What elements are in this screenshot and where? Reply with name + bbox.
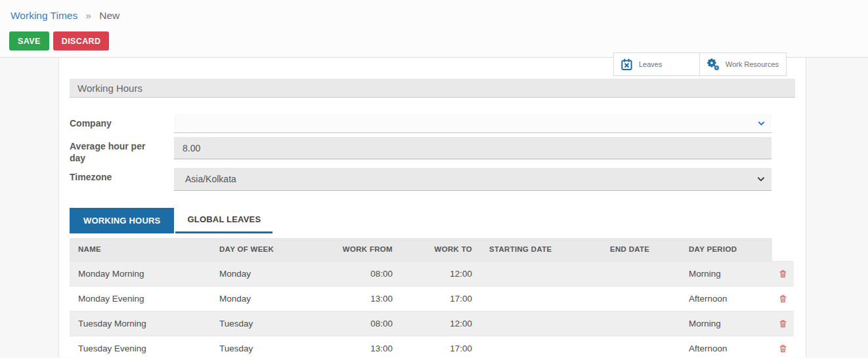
average-hour-label: Average hour per day <box>70 137 156 164</box>
timezone-value: Asia/Kolkata <box>185 174 236 184</box>
trash-icon <box>779 269 787 279</box>
delete-row-button[interactable] <box>772 261 794 286</box>
record-name-field[interactable] <box>70 79 795 98</box>
average-hour-field-row: Average hour per day <box>70 137 771 164</box>
work-resources-stat-label: Work Resources <box>726 60 779 68</box>
column-header-name[interactable]: NAME <box>70 238 211 261</box>
column-header-starting-date[interactable]: STARTING DATE <box>481 238 601 261</box>
cell-day-period[interactable]: Morning <box>680 261 772 286</box>
delete-column-header <box>772 238 794 261</box>
cell-work-from[interactable]: 13:00 <box>340 336 401 358</box>
table-row[interactable]: Monday MorningMonday08:0012:00Morning <box>70 261 794 286</box>
gears-icon <box>706 58 720 71</box>
cell-work-to[interactable]: 12:00 <box>401 311 481 336</box>
tab-global-leaves[interactable]: GLOBAL LEAVES <box>175 208 272 233</box>
table-row[interactable]: Tuesday EveningTuesday13:0017:00Afternoo… <box>70 336 794 358</box>
form-action-buttons: SAVE DISCARD <box>9 31 109 50</box>
form-fields: Company Average hour per day Timezone As… <box>70 114 771 191</box>
cell-day-of-week[interactable]: Tuesday <box>211 336 340 358</box>
column-header-end-date[interactable]: END DATE <box>601 238 680 261</box>
cell-day-period[interactable]: Afternoon <box>680 336 772 358</box>
cell-starting-date[interactable] <box>481 311 601 336</box>
top-bar: Working Times » New SAVE DISCARD <box>0 0 868 58</box>
form-view: Leaves <box>0 58 868 357</box>
column-header-day-period[interactable]: DAY PERIOD <box>680 238 772 261</box>
work-resources-stat-button[interactable]: Work Resources <box>700 53 786 75</box>
chevron-down-icon <box>756 174 766 184</box>
save-button[interactable]: SAVE <box>9 31 49 50</box>
timezone-field-row: Timezone Asia/Kolkata <box>70 168 771 191</box>
breadcrumb: Working Times » New <box>0 0 868 22</box>
column-header-day-of-week[interactable]: DAY OF WEEK <box>211 238 340 261</box>
company-field-row: Company <box>70 114 771 133</box>
trash-icon <box>779 294 787 304</box>
cell-work-from[interactable]: 13:00 <box>340 286 401 311</box>
cell-name[interactable]: Tuesday Morning <box>70 311 211 336</box>
leaves-stat-button[interactable]: Leaves <box>614 53 700 75</box>
stat-button-box: Leaves <box>613 52 787 76</box>
cell-starting-date[interactable] <box>481 336 601 358</box>
table-row[interactable]: Monday EveningMonday13:0017:00Afternoon <box>70 286 794 311</box>
timezone-select[interactable]: Asia/Kolkata <box>174 168 771 191</box>
cell-day-of-week[interactable]: Tuesday <box>211 311 340 336</box>
cell-name[interactable]: Monday Morning <box>70 261 211 286</box>
table-header-row: NAME DAY OF WEEK WORK FROM WORK TO START… <box>70 238 794 261</box>
cell-end-date[interactable] <box>601 261 680 286</box>
column-header-work-to[interactable]: WORK TO <box>401 238 481 261</box>
cell-day-period[interactable]: Afternoon <box>680 286 772 311</box>
table-row[interactable]: Tuesday MorningTuesday08:0012:00Morning <box>70 311 794 336</box>
cell-name[interactable]: Tuesday Evening <box>70 336 211 358</box>
discard-button[interactable]: DISCARD <box>53 31 110 50</box>
form-sheet: Leaves <box>58 58 806 357</box>
working-hours-table-body: Monday MorningMonday08:0012:00Morning Mo… <box>70 261 794 358</box>
average-hour-input[interactable] <box>174 137 771 159</box>
company-label: Company <box>70 114 156 129</box>
delete-row-button[interactable] <box>772 336 794 358</box>
calendar-x-icon <box>620 58 633 71</box>
cell-name[interactable]: Monday Evening <box>70 286 211 311</box>
cell-day-of-week[interactable]: Monday <box>211 286 340 311</box>
cell-end-date[interactable] <box>601 311 680 336</box>
working-hours-table: NAME DAY OF WEEK WORK FROM WORK TO START… <box>70 238 794 358</box>
delete-row-button[interactable] <box>772 311 794 336</box>
cell-work-to[interactable]: 17:00 <box>401 336 481 358</box>
timezone-label: Timezone <box>70 168 156 183</box>
cell-day-of-week[interactable]: Monday <box>211 261 340 286</box>
cell-work-to[interactable]: 17:00 <box>401 286 481 311</box>
delete-row-button[interactable] <box>772 286 794 311</box>
leaves-stat-label: Leaves <box>639 60 662 68</box>
cell-end-date[interactable] <box>601 336 680 358</box>
breadcrumb-current: New <box>99 10 119 21</box>
trash-icon <box>779 319 787 328</box>
trash-icon <box>779 344 787 353</box>
cell-starting-date[interactable] <box>481 261 601 286</box>
column-header-work-from[interactable]: WORK FROM <box>340 238 401 261</box>
cell-work-from[interactable]: 08:00 <box>340 311 401 336</box>
cell-end-date[interactable] <box>601 286 680 311</box>
tab-working-hours[interactable]: WORKING HOURS <box>70 208 174 233</box>
notebook-tabs: WORKING HOURS GLOBAL LEAVES <box>70 208 806 233</box>
company-dropdown[interactable] <box>174 114 771 133</box>
cell-day-period[interactable]: Morning <box>680 311 772 336</box>
chevron-down-icon <box>757 119 766 128</box>
breadcrumb-link-working-times[interactable]: Working Times <box>11 10 77 21</box>
cell-work-to[interactable]: 12:00 <box>401 261 481 286</box>
breadcrumb-separator: » <box>86 10 91 21</box>
cell-starting-date[interactable] <box>481 286 601 311</box>
cell-work-from[interactable]: 08:00 <box>340 261 401 286</box>
